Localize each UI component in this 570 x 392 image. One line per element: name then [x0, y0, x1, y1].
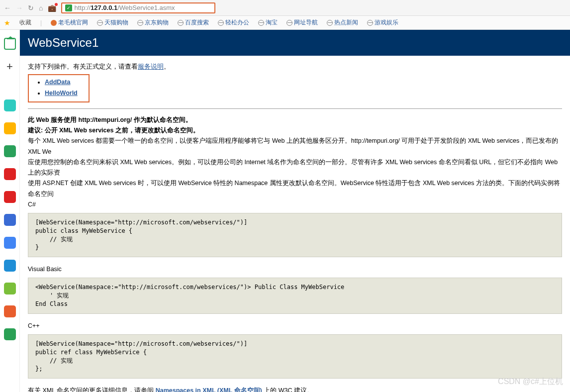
- code-block-vb: <WebService(Namespace:="http://microsoft…: [28, 278, 562, 313]
- globe-icon: [258, 20, 264, 26]
- list-item: HelloWorld: [45, 88, 78, 98]
- globe-icon: [218, 20, 224, 26]
- intro-line: 支持下列操作。有关正式定义，请查看服务说明。: [28, 62, 562, 72]
- globe-icon: [367, 20, 373, 26]
- refresh-button[interactable]: ↻: [28, 4, 34, 12]
- operations-highlight: AddData HelloWorld: [28, 74, 90, 102]
- watermark: CSDN @c#上位机: [498, 377, 563, 387]
- bookmark-item[interactable]: 游戏娱乐: [367, 18, 398, 27]
- rail-app-icon[interactable]: [4, 237, 16, 249]
- bookmark-item[interactable]: 轻松办公: [218, 18, 249, 27]
- bookmark-item[interactable]: 天猫购物: [97, 18, 128, 27]
- rail-app-icon[interactable]: [4, 328, 16, 340]
- rail-app-icon[interactable]: [4, 168, 16, 180]
- namespace-line: 此 Web 服务使用 http://tempuri.org/ 作为默认命名空间。: [28, 115, 562, 125]
- operation-link-helloworld[interactable]: HelloWorld: [45, 90, 78, 97]
- url-bar[interactable]: ✓ http://127.0.0.1/WebService1.asmx: [61, 2, 215, 13]
- rail-app-icon[interactable]: [4, 214, 16, 226]
- code-block-cs: [WebService(Namespace="http://microsoft.…: [28, 213, 562, 257]
- service-description-link[interactable]: 服务说明: [138, 63, 164, 70]
- rail-app-icon[interactable]: [4, 191, 16, 203]
- code-block-cpp: [WebService(Namespace="http://microsoft.…: [28, 334, 562, 379]
- lang-label-cs: C#: [28, 199, 562, 210]
- rail-app-icon[interactable]: [4, 260, 16, 272]
- globe-icon: [327, 20, 333, 26]
- paragraph: 使用 ASP.NET 创建 XML Web services 时，可以使用 We…: [28, 178, 562, 199]
- paragraph: 应使用您控制的命名空间来标识 XML Web services。例如，可以使用公…: [28, 157, 562, 179]
- bookmark-item[interactable]: 网址导航: [286, 18, 318, 27]
- rail-app-icon[interactable]: [4, 145, 16, 157]
- globe-icon: [137, 20, 143, 26]
- rail-app-icon[interactable]: [4, 283, 16, 294]
- rail-app-icon[interactable]: [4, 122, 16, 134]
- url-text: http://127.0.0.1/WebService1.asmx: [74, 4, 175, 11]
- home-button[interactable]: ⌂: [39, 4, 43, 12]
- favorites-label: 收藏: [19, 18, 31, 27]
- rail-app-icon[interactable]: [4, 305, 16, 317]
- reference-line: 有关 XML 命名空间的更多详细信息，请参阅 Namespaces in XML…: [28, 386, 562, 392]
- star-icon[interactable]: ★: [4, 19, 10, 27]
- side-rail: +: [0, 30, 20, 392]
- globe-icon: [178, 20, 184, 26]
- bookmark-item[interactable]: 京东购物: [137, 18, 169, 27]
- bookmark-item[interactable]: 老毛桃官网: [51, 18, 88, 27]
- globe-icon: [286, 20, 292, 26]
- rail-plus-icon[interactable]: +: [4, 61, 16, 73]
- bookmarks-bar: ★ 收藏 | 老毛桃官网 天猫购物 京东购物 百度搜索 轻松办公 淘宝 网址导航…: [0, 16, 570, 30]
- browser-toolbar: ← → ↻ ⌂ 💼 ✓ http://127.0.0.1/WebService1…: [0, 0, 570, 16]
- operation-link-adddata[interactable]: AddData: [45, 79, 70, 86]
- shield-icon: ✓: [65, 4, 72, 11]
- list-item: AddData: [45, 77, 78, 88]
- rail-app-icon[interactable]: [4, 99, 16, 111]
- rail-home-icon[interactable]: [4, 38, 16, 50]
- lang-label-cpp: C++: [28, 321, 562, 331]
- page-title: WebService1: [20, 30, 570, 56]
- globe-icon: [97, 20, 103, 26]
- forward-button[interactable]: →: [16, 4, 23, 12]
- paragraph: 每个 XML Web services 都需要一个唯一的命名空间，以便客户端应用…: [28, 136, 562, 157]
- lang-label-vb: Visual Basic: [28, 264, 562, 275]
- main-content: WebService1 支持下列操作。有关正式定义，请查看服务说明。 AddDa…: [20, 30, 570, 392]
- bookmark-item[interactable]: 百度搜索: [178, 18, 209, 27]
- bookmark-item[interactable]: 淘宝: [258, 18, 278, 27]
- bookmark-item[interactable]: 热点新闻: [327, 18, 358, 27]
- divider: [28, 108, 562, 109]
- bag-icon[interactable]: 💼: [48, 4, 56, 12]
- peach-icon: [51, 20, 57, 26]
- advice-line: 建议: 公开 XML Web services 之前，请更改默认命名空间。: [28, 125, 562, 136]
- namespaces-link[interactable]: Namespaces in XML (XML 命名空间): [156, 387, 262, 392]
- back-button[interactable]: ←: [4, 4, 11, 12]
